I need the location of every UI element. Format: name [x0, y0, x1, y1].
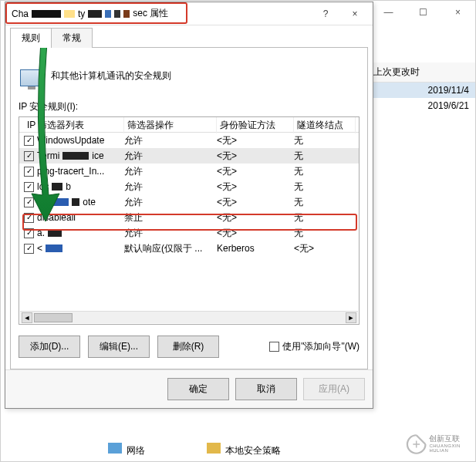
computer-icon — [19, 65, 43, 86]
scroll-right-button[interactable]: ► — [346, 312, 356, 323]
edit-button[interactable]: 编辑(E)... — [88, 336, 150, 358]
list-row[interactable]: locb 允许 <无> 无 — [19, 179, 359, 194]
row-checkbox[interactable] — [24, 228, 34, 238]
bg-row-1[interactable]: 2019/6/21 — [367, 98, 475, 113]
row-checkbox[interactable] — [24, 197, 34, 207]
tab-general[interactable]: 常规 — [51, 28, 93, 48]
horizontal-scrollbar[interactable]: ◄ ► — [20, 311, 358, 323]
col-filter-list[interactable]: IP 筛选器列表 — [24, 117, 124, 133]
wizard-check-icon[interactable] — [269, 342, 279, 352]
use-wizard-checkbox[interactable]: 使用"添加向导"(W) — [269, 340, 360, 353]
row-checkbox[interactable] — [24, 182, 34, 192]
col-filter-action[interactable]: 筛选器操作 — [124, 117, 217, 133]
list-row[interactable]: ping-tracert_In... 允许 <无> 无 — [19, 164, 359, 179]
scroll-thumb[interactable] — [34, 313, 73, 322]
footer-policy[interactable]: 本地安全策略 — [207, 443, 281, 457]
close-button-bg[interactable]: × — [441, 2, 475, 23]
maximize-button-bg[interactable]: ☐ — [406, 2, 441, 23]
tab-rules[interactable]: 规则 — [10, 28, 52, 48]
row-checkbox[interactable] — [24, 167, 34, 177]
rule-description: 和其他计算机通讯的安全规则 — [51, 69, 171, 83]
ip-rules-label: IP 安全规则(I): — [19, 100, 360, 113]
list-row[interactable]: WindowsUpdate 允许 <无> 无 — [19, 133, 359, 148]
list-row[interactable]: a. 允许 <无> 无 — [19, 225, 359, 241]
close-button[interactable]: × — [340, 4, 370, 24]
dialog-titlebar[interactable]: Cha ty sec 属性 ? × — [5, 2, 373, 25]
row-checkbox[interactable] — [24, 213, 34, 223]
dialog-title-text: Cha ty sec 属性 — [12, 7, 168, 20]
remove-button[interactable]: 删除(R) — [157, 336, 219, 358]
list-row[interactable]: < 默认响应(仅限于 ... Kerberos <无> — [19, 241, 359, 256]
col-tunnel-endpoint[interactable]: 隧道终结点 — [294, 117, 356, 133]
background-list: 上次更改时 2019/11/4 2019/6/21 — [367, 62, 475, 113]
ip-rules-listbox[interactable]: IP 筛选器列表 筛选器操作 身份验证方法 隧道终结点 WindowsUpdat… — [19, 116, 360, 325]
add-button[interactable]: 添加(D)... — [19, 336, 80, 358]
list-row[interactable]: Termiice 允许 <无> 无 — [19, 148, 359, 164]
help-button[interactable]: ? — [311, 4, 340, 24]
row-checkbox[interactable] — [24, 244, 34, 254]
ok-button[interactable]: 确定 — [167, 378, 229, 400]
list-row[interactable]: locote 允许 <无> 无 — [19, 194, 359, 210]
col-auth-method[interactable]: 身份验证方法 — [217, 117, 294, 133]
shield-icon — [207, 443, 221, 454]
tab-strip: 规则 常规 — [10, 27, 368, 48]
watermark-logo: 创新互联 CHUANGXIN HULIAN — [405, 428, 474, 460]
listbox-header: IP 筛选器列表 筛选器操作 身份验证方法 隧道终结点 — [19, 117, 359, 133]
network-icon — [108, 443, 122, 454]
list-row[interactable]: disableall 禁止 <无> 无 — [19, 210, 359, 225]
row-checkbox[interactable] — [24, 136, 34, 146]
bg-column-header[interactable]: 上次更改时 — [367, 62, 475, 83]
dialog-button-bar: 确定 取消 应用(A) — [5, 369, 373, 408]
scroll-left-button[interactable]: ◄ — [22, 312, 32, 323]
background-titlebar: — ☐ × — [371, 1, 475, 24]
rule-button-row: 添加(D)... 编辑(E)... 删除(R) 使用"添加向导"(W) — [19, 336, 360, 358]
bg-row-0[interactable]: 2019/11/4 — [367, 83, 475, 98]
properties-dialog: Cha ty sec 属性 ? × 规则 常规 和其他计算机通讯的安全规则 IP… — [5, 2, 373, 409]
apply-button[interactable]: 应用(A) — [303, 378, 365, 400]
logo-icon — [405, 431, 427, 457]
tab-panel-rules: 和其他计算机通讯的安全规则 IP 安全规则(I): IP 筛选器列表 筛选器操作… — [10, 48, 368, 369]
footer-network[interactable]: 网络 — [108, 443, 145, 457]
row-checkbox[interactable] — [24, 151, 34, 161]
cancel-button[interactable]: 取消 — [235, 378, 297, 400]
minimize-button-bg[interactable]: — — [371, 2, 406, 23]
rule-header: 和其他计算机通讯的安全规则 — [19, 65, 360, 86]
